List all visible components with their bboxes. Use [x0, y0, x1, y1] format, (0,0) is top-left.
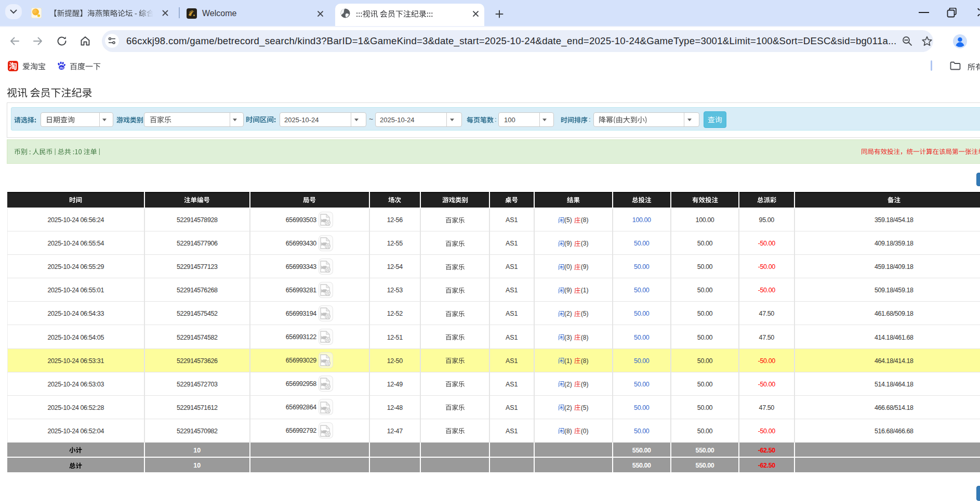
svg-text:du: du — [59, 66, 63, 69]
